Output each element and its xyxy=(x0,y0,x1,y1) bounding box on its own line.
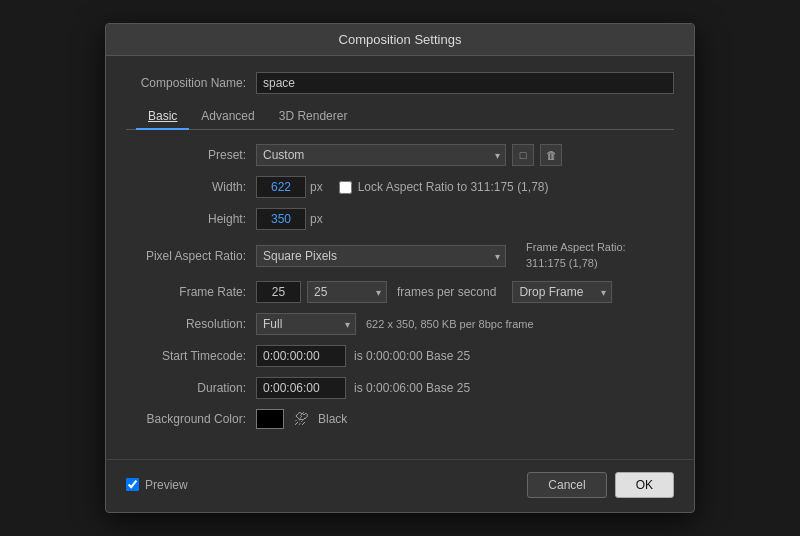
action-buttons: Cancel OK xyxy=(527,472,674,498)
resolution-row: Resolution: Full Half Third Quarter Cust… xyxy=(126,313,674,335)
preset-save-icon[interactable]: □ xyxy=(512,144,534,166)
par-select[interactable]: Square Pixels xyxy=(256,245,506,267)
bg-color-swatch[interactable] xyxy=(256,409,284,429)
height-label: Height: xyxy=(126,212,256,226)
frame-rate-input[interactable] xyxy=(256,281,301,303)
tab-3d-renderer[interactable]: 3D Renderer xyxy=(267,104,360,130)
duration-info: is 0:00:06:00 Base 25 xyxy=(354,381,470,395)
dialog-body: Composition Name: Basic Advanced 3D Rend… xyxy=(106,56,694,451)
bg-color-row: Background Color: ⛈ Black xyxy=(126,409,674,429)
resolution-select-wrapper: Full Half Third Quarter Custom xyxy=(256,313,356,335)
width-unit: px xyxy=(310,180,323,194)
tab-bar: Basic Advanced 3D Renderer xyxy=(126,104,674,130)
start-timecode-input[interactable] xyxy=(256,345,346,367)
comp-name-label: Composition Name: xyxy=(126,76,256,90)
preview-checkbox[interactable] xyxy=(126,478,139,491)
width-label: Width: xyxy=(126,180,256,194)
resolution-select[interactable]: Full Half Third Quarter Custom xyxy=(256,313,356,335)
preview-label: Preview xyxy=(145,478,188,492)
far-value: 311:175 (1,78) xyxy=(526,257,598,269)
comp-name-row: Composition Name: xyxy=(126,72,674,94)
preset-select[interactable]: Custom xyxy=(256,144,506,166)
frame-rate-controls: 25 frames per second Drop Frame xyxy=(256,281,612,303)
height-row: Height: px xyxy=(126,208,674,230)
tab-advanced[interactable]: Advanced xyxy=(189,104,266,130)
far-block: Frame Aspect Ratio: 311:175 (1,78) xyxy=(526,240,626,271)
width-input[interactable] xyxy=(256,176,306,198)
start-timecode-label: Start Timecode: xyxy=(126,349,256,363)
bg-color-name: Black xyxy=(318,412,347,426)
drop-frame-wrapper: Drop Frame xyxy=(512,281,612,303)
far-label: Frame Aspect Ratio: xyxy=(526,241,626,253)
duration-label: Duration: xyxy=(126,381,256,395)
par-select-wrapper: Square Pixels xyxy=(256,245,506,267)
composition-settings-dialog: Composition Settings Composition Name: B… xyxy=(105,23,695,513)
preset-controls: Custom □ 🗑 xyxy=(256,144,562,166)
eyedropper-button[interactable]: ⛈ xyxy=(290,411,312,427)
par-label: Pixel Aspect Ratio: xyxy=(126,249,256,263)
drop-frame-select[interactable]: Drop Frame xyxy=(512,281,612,303)
preset-delete-icon[interactable]: 🗑 xyxy=(540,144,562,166)
frame-rate-row: Frame Rate: 25 frames per second Drop Fr… xyxy=(126,281,674,303)
bg-color-label: Background Color: xyxy=(126,412,256,426)
start-timecode-row: Start Timecode: is 0:00:00:00 Base 25 xyxy=(126,345,674,367)
height-input[interactable] xyxy=(256,208,306,230)
dialog-title: Composition Settings xyxy=(106,24,694,56)
start-timecode-info: is 0:00:00:00 Base 25 xyxy=(354,349,470,363)
duration-input[interactable] xyxy=(256,377,346,399)
lock-aspect-label: Lock Aspect Ratio to 311:175 (1,78) xyxy=(358,180,549,194)
width-row: Width: px Lock Aspect Ratio to 311:175 (… xyxy=(126,176,674,198)
dialog-footer: Preview Cancel OK xyxy=(106,459,694,512)
preset-label: Preset: xyxy=(126,148,256,162)
resolution-info: 622 x 350, 850 KB per 8bpc frame xyxy=(366,318,534,330)
fps-select[interactable]: 25 xyxy=(307,281,387,303)
preset-select-wrapper: Custom xyxy=(256,144,506,166)
tab-basic[interactable]: Basic xyxy=(136,104,189,130)
preview-row: Preview xyxy=(126,478,188,492)
resolution-label: Resolution: xyxy=(126,317,256,331)
lock-aspect-row: Lock Aspect Ratio to 311:175 (1,78) xyxy=(339,180,549,194)
ok-button[interactable]: OK xyxy=(615,472,674,498)
fps-label: frames per second xyxy=(397,285,496,299)
cancel-button[interactable]: Cancel xyxy=(527,472,606,498)
preset-row: Preset: Custom □ 🗑 xyxy=(126,144,674,166)
bg-color-controls: ⛈ Black xyxy=(256,409,347,429)
frame-rate-label: Frame Rate: xyxy=(126,285,256,299)
duration-row: Duration: is 0:00:06:00 Base 25 xyxy=(126,377,674,399)
par-row: Pixel Aspect Ratio: Square Pixels Frame … xyxy=(126,240,674,271)
fps-select-wrapper: 25 xyxy=(307,281,387,303)
comp-name-input[interactable] xyxy=(256,72,674,94)
lock-aspect-checkbox[interactable] xyxy=(339,181,352,194)
height-unit: px xyxy=(310,212,323,226)
